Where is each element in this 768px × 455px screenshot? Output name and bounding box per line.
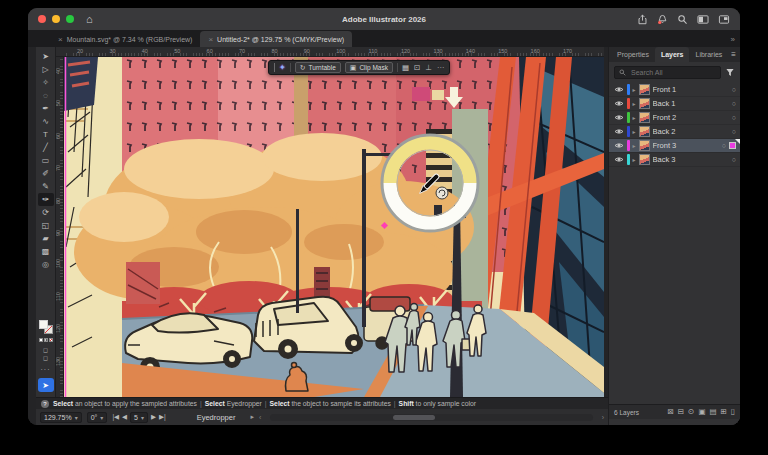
search-icon[interactable] <box>677 14 688 25</box>
more-tools-icon[interactable]: ··· <box>41 366 51 373</box>
more-options-icon[interactable]: ··· <box>437 64 445 72</box>
paintbrush-tool[interactable]: ✐ <box>38 167 54 180</box>
clip-mask-button[interactable]: ▣ Clip Mask <box>345 62 393 73</box>
layers-search-field[interactable] <box>614 66 721 79</box>
horizontal-ruler[interactable]: 2030405060708090100110120130140150160170 <box>64 47 604 57</box>
layer-thumbnail[interactable] <box>639 154 650 165</box>
layer-row[interactable]: ▸ Front 3 ○ <box>609 139 740 153</box>
disclosure-chevron-icon[interactable]: ▸ <box>633 114 636 121</box>
target-circle-icon[interactable]: ○ <box>732 86 736 93</box>
layer-row[interactable]: ▸ Back 2 ○ <box>609 125 740 139</box>
tab-libraries[interactable]: Libraries <box>689 47 728 62</box>
visibility-eye-icon[interactable] <box>614 100 624 107</box>
layer-name[interactable]: Front 2 <box>653 113 729 122</box>
selection-tool[interactable]: ➤ <box>38 50 54 63</box>
layer-thumbnail[interactable] <box>639 126 650 137</box>
arrange-icon[interactable]: ▦ <box>402 64 409 72</box>
layer-row[interactable]: ▸ Front 2 ○ <box>609 111 740 125</box>
disclosure-chevron-icon[interactable]: ▸ <box>633 128 636 135</box>
layer-thumbnail[interactable] <box>639 84 650 95</box>
share-icon[interactable] <box>637 14 648 25</box>
filter-funnel-icon[interactable] <box>725 68 735 77</box>
pen-tool[interactable]: ✒ <box>38 102 54 115</box>
target-circle-icon[interactable]: ○ <box>722 142 726 149</box>
canvas-viewport[interactable]: ✦ ↻ Turntable ▣ Clip Mask ▦⊡⊥··· <box>64 57 604 397</box>
window-mode-icon[interactable] <box>718 14 730 25</box>
scroll-left-arrow[interactable]: ‹ <box>259 414 261 421</box>
direct-selection-tool[interactable]: ▷ <box>38 63 54 76</box>
fill-stroke-swatch[interactable] <box>39 320 53 334</box>
zoom-tool[interactable]: ◎ <box>38 258 54 271</box>
notifications-bell-icon[interactable] <box>657 14 668 25</box>
shape-builder-tool[interactable]: ▩ <box>38 245 54 258</box>
color-chip[interactable] <box>39 338 43 342</box>
layer-row[interactable]: ▸ Back 1 ○ <box>609 97 740 111</box>
ruler-origin-corner[interactable] <box>56 47 64 57</box>
disclosure-chevron-icon[interactable]: ▸ <box>633 142 636 149</box>
collapse-dock-icon[interactable]: » <box>731 35 735 44</box>
curvature-tool[interactable]: ∿ <box>38 115 54 128</box>
target-circle-icon[interactable]: ○ <box>732 128 736 135</box>
rotation-field[interactable]: 0° ▾ <box>87 412 108 423</box>
draw-behind-icon[interactable]: ◻ <box>43 355 48 361</box>
scale-tool[interactable]: ◱ <box>38 219 54 232</box>
tab-layers[interactable]: Layers <box>655 47 690 62</box>
search-input[interactable] <box>629 68 716 77</box>
layer-thumbnail[interactable] <box>639 98 650 109</box>
turntable-button[interactable]: ↻ Turntable <box>295 62 341 73</box>
close-tab-icon[interactable]: × <box>58 35 63 44</box>
lasso-tool[interactable]: ◌ <box>38 89 54 102</box>
maximize-window-button[interactable] <box>66 15 74 23</box>
collect-export-icon[interactable]: ⊠ <box>667 408 673 416</box>
panel-menu-icon[interactable]: ≡ <box>731 50 736 59</box>
horizontal-scrollbar[interactable] <box>270 414 592 421</box>
gradient-chip[interactable] <box>44 338 48 342</box>
ai-tool-button[interactable]: ➤ <box>38 378 54 392</box>
next-artboard-button[interactable]: ▶ <box>151 413 156 421</box>
layer-name[interactable]: Front 1 <box>653 85 729 94</box>
target-circle-icon[interactable]: ○ <box>732 100 736 107</box>
target-circle-icon[interactable]: ○ <box>732 114 736 121</box>
vertical-ruler[interactable]: 405060708090100110120130 <box>56 57 64 397</box>
prev-artboard-button[interactable]: ◀ <box>122 413 127 421</box>
tab-untitled-2[interactable]: × Untitled-2* @ 129.75 % (CMYK/Preview) <box>200 31 352 47</box>
layer-name[interactable]: Front 3 <box>653 141 719 150</box>
home-icon[interactable]: ⌂ <box>86 14 93 25</box>
layer-row[interactable]: ▸ Back 3 ○ <box>609 153 740 167</box>
disclosure-chevron-icon[interactable]: ▸ <box>633 156 636 163</box>
frame-icon[interactable]: ⊡ <box>414 64 420 72</box>
layer-selection-chip[interactable] <box>729 142 736 149</box>
canvas-artwork[interactable] <box>64 57 604 397</box>
delete-layer-icon[interactable]: ▯ <box>731 408 735 416</box>
fill-swatch[interactable] <box>39 320 48 329</box>
target-circle-icon[interactable]: ○ <box>732 156 736 163</box>
new-sublayer-icon[interactable]: ▤ <box>709 408 716 416</box>
layer-name[interactable]: Back 2 <box>653 127 729 136</box>
draw-normal-icon[interactable]: ◻ <box>43 347 48 353</box>
scrollbar-thumb[interactable] <box>393 415 435 420</box>
locate-object-icon[interactable]: ⊙ <box>688 408 694 416</box>
drag-handle[interactable] <box>274 63 275 72</box>
rectangle-tool[interactable]: ▭ <box>38 154 54 167</box>
eyedropper-tool[interactable]: ✑ <box>38 193 54 206</box>
zoom-level-field[interactable]: 129.75% ▾ <box>40 412 82 423</box>
tab-mountain-svg[interactable]: × Mountain.svg* @ 7.34 % (RGB/Preview) <box>50 31 200 47</box>
line-tool[interactable]: ╱ <box>38 141 54 154</box>
type-tool[interactable]: T <box>38 128 54 141</box>
magic-wand-tool[interactable]: ✧ <box>38 76 54 89</box>
layer-row[interactable]: ▸ Front 1 ○ <box>609 83 740 97</box>
layer-thumbnail[interactable] <box>639 112 650 123</box>
close-window-button[interactable] <box>38 15 46 23</box>
tab-properties[interactable]: Properties <box>611 47 655 62</box>
workspace-layout-icon[interactable] <box>697 14 709 25</box>
visibility-eye-icon[interactable] <box>614 86 624 93</box>
visibility-eye-icon[interactable] <box>614 128 624 135</box>
artboard-number-field[interactable]: 5 ▾ <box>130 412 148 423</box>
minimize-window-button[interactable] <box>52 15 60 23</box>
layer-name[interactable]: Back 3 <box>653 155 729 164</box>
scroll-right-arrow[interactable]: › <box>602 414 604 421</box>
close-tab-icon[interactable]: × <box>208 35 213 44</box>
disclosure-chevron-icon[interactable]: ▸ <box>633 86 636 93</box>
rotate-tool[interactable]: ⟳ <box>38 206 54 219</box>
ai-sparkle-icon[interactable]: ✦ <box>279 63 286 72</box>
